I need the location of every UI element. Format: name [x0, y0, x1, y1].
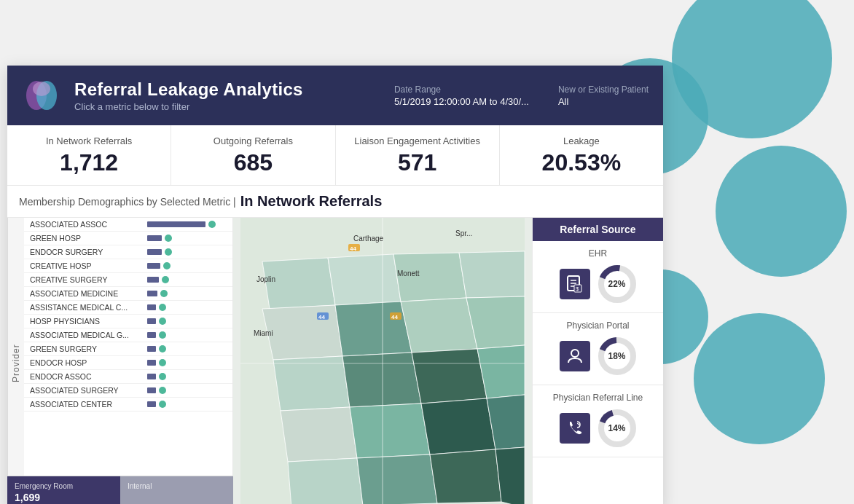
- provider-dot: [159, 331, 166, 339]
- bottom-internal-label: Internal: [128, 482, 226, 490]
- patient-type-block: New or Existing Patient All: [558, 84, 649, 107]
- dashboard-header: Referral Leakage Analytics Click a metri…: [7, 66, 663, 125]
- patient-type-value: All: [558, 96, 649, 107]
- provider-name: ASSOCIATED MEDICINE: [30, 289, 143, 298]
- provider-list-item[interactable]: CREATIVE HOSP: [24, 259, 232, 273]
- provider-axis-label: Provider: [7, 218, 24, 504]
- dashboard-subtitle: Click a metric below to filter: [74, 101, 381, 112]
- referral-ehr-row: $ 22%: [540, 264, 656, 304]
- provider-list-item[interactable]: ENDOCR HOSP: [24, 356, 232, 370]
- provider-dot: [208, 221, 216, 228]
- metric-outgoing-value: 685: [179, 149, 327, 176]
- svg-marker-13: [342, 353, 421, 407]
- metric-leakage[interactable]: Leakage 20.53%: [500, 125, 663, 185]
- provider-bar: [147, 332, 156, 338]
- referral-portal-label: Physician Portal: [540, 320, 656, 331]
- provider-dot: [159, 387, 166, 394]
- provider-list-item[interactable]: GREEN HOSP: [24, 232, 232, 245]
- referral-line-percent: 14%: [608, 423, 625, 433]
- svg-marker-16: [281, 407, 357, 462]
- provider-list-item[interactable]: HOSP PHYSICIANS: [24, 315, 232, 328]
- bottom-emergency-label: Emergency Room: [15, 482, 113, 490]
- provider-bar: [147, 249, 162, 255]
- provider-dot: [160, 290, 168, 297]
- bg-circle-3: [716, 146, 847, 277]
- provider-dot: [159, 304, 166, 311]
- date-range-label: Date Range: [394, 84, 529, 95]
- provider-list-item[interactable]: ASSISTANCE MEDICAL C...: [24, 301, 232, 315]
- referral-source-header: Referral Source: [533, 218, 663, 241]
- svg-marker-5: [328, 254, 401, 305]
- provider-bar: [147, 374, 156, 379]
- section-heading-metric: In Network Referrals: [240, 193, 383, 210]
- provider-bar-container: [147, 318, 228, 325]
- provider-list-item[interactable]: ASSOCIATED CENTER: [24, 398, 232, 412]
- provider-dot: [165, 248, 172, 256]
- metric-liaison-label: Liaison Engagement Activities: [343, 135, 492, 146]
- provider-list-item[interactable]: ENDOCR SURGERY: [24, 245, 232, 259]
- provider-name: ASSOCIATED CENTER: [30, 400, 143, 409]
- provider-list-item[interactable]: ASSOCIATED ASSOC: [24, 218, 232, 232]
- provider-bar-container: [147, 248, 228, 256]
- provider-name: GREEN HOSP: [30, 234, 143, 243]
- svg-marker-14: [412, 349, 487, 403]
- map-svg: Carthage Joplin Monett Miami Spr... 44 4…: [233, 218, 532, 504]
- provider-bar: [147, 235, 162, 241]
- provider-bar-container: [147, 331, 228, 339]
- provider-bar: [147, 277, 159, 283]
- svg-marker-17: [350, 403, 430, 458]
- provider-list: ASSOCIATED ASSOCGREEN HOSPENDOCR SURGERY…: [24, 218, 232, 504]
- svg-marker-12: [273, 356, 350, 411]
- referral-line-icon: [560, 413, 590, 444]
- dashboard: Referral Leakage Analytics Click a metri…: [7, 66, 663, 504]
- provider-list-item[interactable]: ENDOCR ASSOC: [24, 370, 232, 384]
- provider-list-item[interactable]: GREEN SURGERY: [24, 342, 232, 356]
- svg-text:44: 44: [350, 245, 356, 252]
- provider-dot: [165, 235, 172, 242]
- provider-bar: [147, 304, 156, 310]
- metric-in-network[interactable]: In Network Referrals 1,712: [7, 125, 171, 185]
- provider-dot: [162, 276, 169, 283]
- bottom-internal: Internal: [120, 476, 233, 504]
- provider-name: ASSOCIATED MEDICAL G...: [30, 331, 143, 339]
- provider-list-item[interactable]: CREATIVE SURGERY: [24, 273, 232, 287]
- svg-marker-7: [459, 251, 525, 298]
- header-title-block: Referral Leakage Analytics Click a metri…: [74, 79, 381, 112]
- referral-source-panel: Referral Source EHR $: [532, 218, 663, 504]
- provider-bar: [147, 291, 157, 296]
- referral-ehr-section: EHR $: [533, 241, 663, 313]
- provider-name: GREEN SURGERY: [30, 344, 143, 353]
- city-carthage: Carthage: [353, 235, 384, 243]
- provider-bar: [147, 346, 156, 352]
- provider-bar-container: [147, 235, 228, 242]
- provider-dot: [159, 373, 166, 380]
- provider-name: ASSOCIATED ASSOC: [30, 220, 143, 229]
- provider-name: CREATIVE SURGERY: [30, 275, 143, 284]
- provider-list-item[interactable]: ASSOCIATED SURGERY: [24, 384, 232, 398]
- svg-text:44: 44: [391, 314, 398, 320]
- provider-bar-container: [147, 276, 228, 283]
- svg-marker-20: [288, 458, 363, 504]
- referral-line-section: Physician Referral Line: [533, 385, 663, 457]
- provider-list-item[interactable]: ASSOCIATED MEDICINE: [24, 287, 232, 301]
- header-meta: Date Range 5/1/2019 12:00:00 AM to 4/30/…: [394, 84, 649, 107]
- bottom-emergency-value: 1,699: [15, 492, 113, 503]
- metric-outgoing[interactable]: Outgoing Referrals 685: [171, 125, 335, 185]
- bottom-bar: Emergency Room 1,699 Internal: [7, 476, 233, 504]
- patient-type-label: New or Existing Patient: [558, 84, 649, 95]
- logo: [22, 76, 61, 115]
- metric-leakage-value: 20.53%: [507, 149, 656, 176]
- provider-bar: [147, 401, 156, 407]
- date-range-value: 5/1/2019 12:00:00 AM to 4/30/...: [394, 96, 529, 107]
- svg-point-40: [571, 350, 579, 357]
- city-joplin: Joplin: [256, 275, 275, 283]
- provider-name: ENDOCR HOSP: [30, 358, 143, 367]
- city-spr: Spr...: [455, 229, 472, 237]
- bottom-internal-value: [128, 492, 226, 503]
- svg-point-2: [33, 82, 50, 96]
- metric-liaison[interactable]: Liaison Engagement Activities 571: [336, 125, 500, 185]
- provider-list-item[interactable]: ASSOCIATED MEDICAL G...: [24, 328, 232, 342]
- svg-marker-21: [357, 454, 437, 504]
- provider-bar: [147, 360, 156, 366]
- dashboard-title: Referral Leakage Analytics: [74, 79, 381, 100]
